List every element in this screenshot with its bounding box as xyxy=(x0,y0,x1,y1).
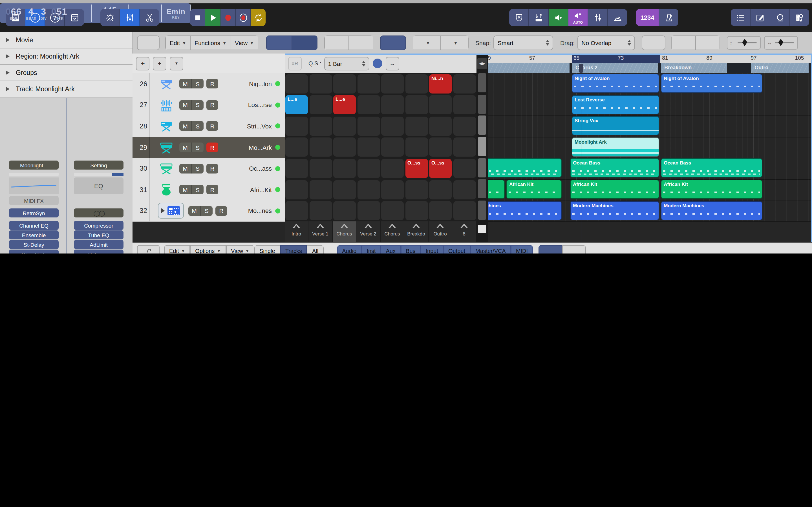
filter-master-vca[interactable]: Master/VCA xyxy=(470,245,511,253)
editors-scissors-icon[interactable] xyxy=(140,9,159,26)
track-record-button[interactable]: R xyxy=(206,100,218,110)
slider-handle[interactable] xyxy=(742,39,747,46)
horizontal-zoom-slider[interactable]: ↔ xyxy=(764,36,798,50)
track-solo-button[interactable]: S xyxy=(192,164,204,173)
region[interactable]: Ocean Bass xyxy=(661,159,762,178)
loop-cell[interactable] xyxy=(309,201,332,220)
snap-dropdown[interactable]: Smart xyxy=(494,36,553,50)
loop-cell[interactable] xyxy=(285,138,308,157)
loop-cell[interactable] xyxy=(405,74,428,93)
scroll-block[interactable] xyxy=(478,73,486,93)
menu-view[interactable]: View▼ xyxy=(231,36,258,50)
loop-cell-filled[interactable]: O...ss xyxy=(429,159,452,178)
monitor-speaker-icon[interactable] xyxy=(549,9,568,26)
region[interactable]: Modern Machines xyxy=(570,201,659,220)
count-in-icon[interactable]: 1234 xyxy=(636,9,659,26)
metronome-icon[interactable] xyxy=(659,9,678,26)
loop-cell[interactable] xyxy=(405,201,428,220)
audio-fx-slot[interactable]: Tube EQ xyxy=(74,230,123,239)
track-header-config-button[interactable]: ▾ xyxy=(170,57,183,70)
arrangement-marker[interactable]: Outro xyxy=(751,63,809,73)
mixer-menu-edit[interactable]: Edit▼ xyxy=(164,245,190,253)
loop-cell[interactable] xyxy=(405,95,428,114)
track-header-row-28[interactable]: 28MSRStri...Vox xyxy=(133,115,285,137)
filter-audio[interactable]: Audio xyxy=(337,245,361,253)
loop-cell-filled[interactable]: O...ss xyxy=(405,159,428,178)
track-header-row-27[interactable]: 27MSRLos...rse xyxy=(133,94,285,116)
loop-cell[interactable] xyxy=(333,201,356,220)
track-mute-button[interactable]: M xyxy=(179,121,192,131)
loop-cell[interactable] xyxy=(309,74,332,93)
grid-rows-button[interactable] xyxy=(292,36,317,50)
track-header-row-31[interactable]: 31MSRAfri...Kit xyxy=(133,179,285,201)
track-mute-button[interactable]: M xyxy=(179,143,192,152)
loop-cell[interactable] xyxy=(429,138,452,157)
loop-cell[interactable] xyxy=(333,74,356,93)
play-icon[interactable] xyxy=(205,9,220,26)
loop-cell[interactable] xyxy=(357,74,380,93)
narrow-strips-button[interactable] xyxy=(539,245,562,253)
loop-cell[interactable] xyxy=(405,116,428,135)
loop-cell[interactable] xyxy=(357,159,380,178)
region[interactable]: Night of Avalon xyxy=(572,74,659,93)
undo-button[interactable] xyxy=(137,36,160,50)
track-header-row-30[interactable]: 30MSROc...ass xyxy=(133,158,285,180)
region[interactable]: Ocean Bass xyxy=(570,159,659,178)
track-solo-button[interactable]: S xyxy=(192,121,204,131)
cycle-icon[interactable] xyxy=(251,9,266,26)
record-icon[interactable] xyxy=(220,9,236,26)
loop-cell[interactable] xyxy=(309,180,332,199)
loop-cell[interactable] xyxy=(381,201,404,220)
scene-trigger[interactable]: Verse 1 xyxy=(309,221,333,242)
loop-cell[interactable] xyxy=(405,180,428,199)
arrangement-marker[interactable]: Breakdown xyxy=(661,63,727,73)
track-record-button[interactable]: R xyxy=(206,164,218,173)
track-header-row-29[interactable]: 29MSRMo...Ark xyxy=(133,137,285,159)
loop-cell[interactable] xyxy=(309,116,332,135)
add-track-button[interactable]: + xyxy=(136,57,149,70)
mixer-menu-view[interactable]: View▼ xyxy=(226,245,254,253)
loop-cell[interactable] xyxy=(429,95,452,114)
mixer-menu-options[interactable]: Options▼ xyxy=(190,245,226,253)
scroll-block[interactable] xyxy=(478,179,486,198)
loop-cell[interactable] xyxy=(381,116,404,135)
loop-cell[interactable] xyxy=(333,116,356,135)
filter-input[interactable]: Input xyxy=(421,245,444,253)
region[interactable]: Lost Reverse xyxy=(572,95,659,114)
loop-cell[interactable] xyxy=(453,159,476,178)
lcd-position[interactable]: 066BAR4BEAT3DIV051TICK xyxy=(0,3,91,23)
note-pads-icon[interactable] xyxy=(751,9,770,26)
scroll-block[interactable] xyxy=(478,201,486,220)
audio-fx-slot[interactable]: SilverVerb xyxy=(9,249,59,253)
loop-cell[interactable] xyxy=(357,180,380,199)
loop-cell[interactable] xyxy=(357,138,380,157)
loop-cell[interactable] xyxy=(285,159,308,178)
capture-record-icon[interactable] xyxy=(236,9,251,26)
track-record-button[interactable]: R xyxy=(206,185,218,194)
media-browser-icon[interactable] xyxy=(790,9,809,26)
loop-browser-icon[interactable] xyxy=(770,9,790,26)
filter-output[interactable]: Output xyxy=(443,245,470,253)
scene-trigger[interactable]: Intro xyxy=(285,221,308,242)
loop-cell[interactable] xyxy=(453,95,476,114)
drag-dropdown[interactable]: No Overlap xyxy=(577,36,635,50)
scene-trigger[interactable]: Chorus xyxy=(380,221,404,242)
loop-cell[interactable] xyxy=(381,159,404,178)
loop-cell-filled[interactable]: Ni...n xyxy=(429,74,452,93)
lcd-display[interactable]: 066BAR4BEAT3DIV051TICK145KEEPTEMPO4/4TIM… xyxy=(0,3,191,23)
region[interactable]: African Kit xyxy=(570,180,659,199)
scroll-block[interactable] xyxy=(478,158,486,177)
loop-cell[interactable] xyxy=(309,138,332,157)
track-solo-button[interactable]: S xyxy=(192,100,204,110)
filter-bus[interactable]: Bus xyxy=(401,245,420,253)
mixer-icon[interactable] xyxy=(120,9,140,26)
track-record-button[interactable]: R xyxy=(206,121,218,131)
track-mute-button[interactable]: M xyxy=(179,185,192,194)
region-automation-button[interactable]: ≡R xyxy=(288,57,302,70)
stop-icon[interactable] xyxy=(190,9,205,26)
menu-functions[interactable]: Functions▼ xyxy=(190,36,231,50)
view-mode-single[interactable]: Single xyxy=(254,245,280,253)
duplicate-track-button[interactable]: + xyxy=(153,57,166,70)
scene-trigger[interactable]: Outtro xyxy=(428,221,452,242)
scene-trigger[interactable]: Verse 2 xyxy=(357,221,380,242)
